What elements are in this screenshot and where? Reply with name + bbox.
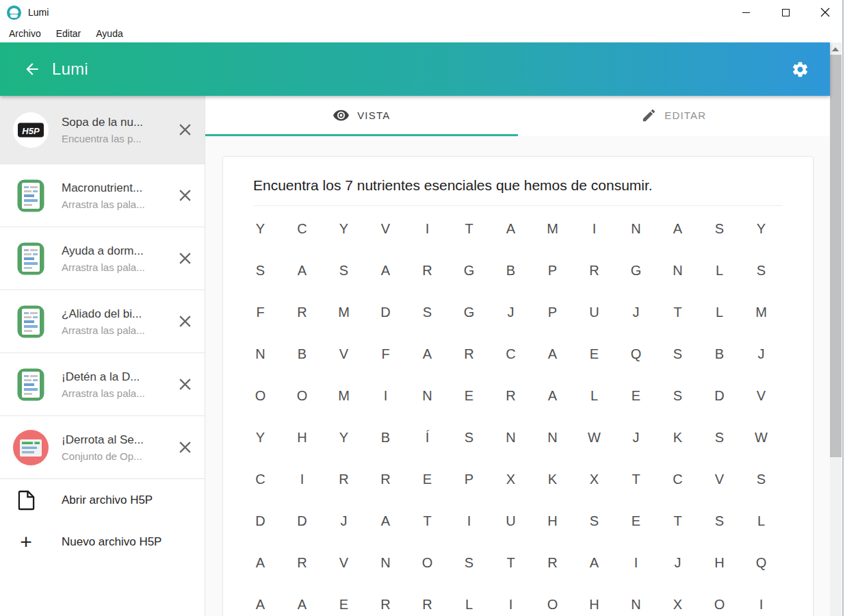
- sidebar-item-sopa[interactable]: H5P Sopa de la nu... Encuentra las p...: [0, 96, 205, 164]
- grid-letter[interactable]: R: [281, 542, 323, 584]
- grid-letter[interactable]: A: [657, 208, 699, 250]
- grid-letter[interactable]: P: [532, 292, 573, 333]
- grid-letter[interactable]: Y: [740, 208, 782, 250]
- grid-letter[interactable]: B: [281, 333, 323, 375]
- grid-letter[interactable]: N: [406, 375, 448, 417]
- menu-archivo[interactable]: Archivo: [1, 28, 49, 39]
- grid-letter[interactable]: N: [490, 417, 532, 459]
- grid-letter[interactable]: A: [532, 333, 573, 375]
- close-tab-button[interactable]: [173, 436, 196, 459]
- minimize-button[interactable]: [726, 0, 766, 25]
- grid-letter[interactable]: E: [448, 375, 490, 417]
- grid-letter[interactable]: X: [573, 459, 615, 500]
- sidebar-item-aliado[interactable]: ¿Aliado del bi... Arrastra las pala...: [0, 290, 205, 353]
- open-h5p-file-button[interactable]: Abrir archivo H5P: [0, 479, 205, 521]
- grid-letter[interactable]: N: [239, 333, 281, 375]
- grid-letter[interactable]: H: [532, 500, 573, 542]
- grid-letter[interactable]: J: [323, 500, 365, 542]
- grid-letter[interactable]: B: [699, 333, 740, 375]
- grid-letter[interactable]: S: [740, 459, 782, 500]
- grid-letter[interactable]: U: [573, 292, 615, 333]
- grid-letter[interactable]: S: [448, 417, 490, 459]
- grid-letter[interactable]: I: [490, 584, 532, 616]
- sidebar-item-derrota[interactable]: ¡Derrota al Se... Conjunto de Op...: [0, 416, 205, 479]
- grid-letter[interactable]: A: [532, 375, 573, 417]
- close-tab-button[interactable]: [173, 184, 196, 207]
- menu-ayuda[interactable]: Ayuda: [88, 28, 130, 39]
- grid-letter[interactable]: Q: [740, 542, 782, 584]
- grid-letter[interactable]: V: [365, 208, 406, 250]
- settings-button[interactable]: [786, 55, 814, 83]
- grid-letter[interactable]: C: [657, 459, 699, 500]
- grid-letter[interactable]: J: [657, 542, 699, 584]
- grid-letter[interactable]: L: [573, 375, 615, 417]
- grid-letter[interactable]: E: [615, 500, 657, 542]
- grid-letter[interactable]: R: [323, 459, 365, 500]
- grid-letter[interactable]: T: [490, 542, 532, 584]
- grid-letter[interactable]: C: [490, 333, 532, 375]
- grid-letter[interactable]: V: [323, 542, 365, 584]
- grid-letter[interactable]: D: [281, 500, 323, 542]
- grid-letter[interactable]: N: [615, 584, 657, 616]
- tab-editar[interactable]: EDITAR: [518, 96, 831, 136]
- grid-letter[interactable]: D: [239, 500, 281, 542]
- grid-letter[interactable]: R: [406, 250, 448, 292]
- close-tab-button[interactable]: [173, 310, 196, 333]
- grid-letter[interactable]: S: [657, 333, 699, 375]
- grid-letter[interactable]: Y: [239, 208, 281, 250]
- grid-letter[interactable]: P: [532, 250, 573, 292]
- grid-letter[interactable]: R: [281, 292, 323, 333]
- grid-letter[interactable]: J: [490, 292, 532, 333]
- grid-letter[interactable]: Y: [239, 417, 281, 459]
- grid-letter[interactable]: R: [365, 584, 406, 616]
- grid-letter[interactable]: I: [448, 500, 490, 542]
- grid-letter[interactable]: P: [448, 459, 490, 500]
- grid-letter[interactable]: B: [365, 417, 406, 459]
- grid-letter[interactable]: A: [365, 250, 406, 292]
- grid-letter[interactable]: R: [365, 459, 406, 500]
- grid-letter[interactable]: S: [323, 250, 365, 292]
- grid-letter[interactable]: S: [657, 375, 699, 417]
- grid-letter[interactable]: S: [448, 542, 490, 584]
- grid-letter[interactable]: C: [239, 459, 281, 500]
- grid-letter[interactable]: O: [281, 375, 323, 417]
- grid-letter[interactable]: R: [573, 250, 615, 292]
- grid-letter[interactable]: Y: [323, 208, 365, 250]
- vertical-scrollbar[interactable]: [830, 42, 842, 616]
- grid-letter[interactable]: I: [281, 459, 323, 500]
- grid-letter[interactable]: E: [573, 333, 615, 375]
- grid-letter[interactable]: H: [573, 584, 615, 616]
- grid-letter[interactable]: F: [239, 292, 281, 333]
- grid-letter[interactable]: V: [699, 459, 740, 500]
- grid-letter[interactable]: Q: [615, 333, 657, 375]
- grid-letter[interactable]: A: [239, 584, 281, 616]
- grid-letter[interactable]: T: [657, 500, 699, 542]
- grid-letter[interactable]: K: [532, 459, 573, 500]
- grid-letter[interactable]: M: [323, 375, 365, 417]
- grid-letter[interactable]: D: [699, 375, 740, 417]
- grid-letter[interactable]: A: [281, 584, 323, 616]
- close-button[interactable]: [805, 0, 845, 25]
- close-tab-button[interactable]: [173, 373, 196, 396]
- grid-letter[interactable]: K: [657, 417, 699, 459]
- close-tab-button[interactable]: [173, 118, 196, 142]
- grid-letter[interactable]: F: [365, 333, 406, 375]
- grid-letter[interactable]: G: [448, 250, 490, 292]
- grid-letter[interactable]: G: [615, 250, 657, 292]
- grid-letter[interactable]: T: [657, 292, 699, 333]
- grid-letter[interactable]: E: [323, 584, 365, 616]
- grid-letter[interactable]: I: [365, 375, 406, 417]
- grid-letter[interactable]: L: [699, 292, 740, 333]
- grid-letter[interactable]: X: [490, 459, 532, 500]
- grid-letter[interactable]: H: [281, 417, 323, 459]
- grid-letter[interactable]: S: [740, 250, 782, 292]
- menu-editar[interactable]: Editar: [49, 28, 89, 39]
- grid-letter[interactable]: S: [239, 250, 281, 292]
- sidebar-item-ayuda-dormir[interactable]: Ayuda a dorm... Arrastra las pala...: [0, 227, 205, 290]
- grid-letter[interactable]: G: [448, 292, 490, 333]
- grid-letter[interactable]: M: [740, 292, 782, 333]
- grid-letter[interactable]: O: [406, 542, 448, 584]
- grid-letter[interactable]: A: [281, 250, 323, 292]
- grid-letter[interactable]: A: [365, 500, 406, 542]
- grid-letter[interactable]: I: [740, 584, 782, 616]
